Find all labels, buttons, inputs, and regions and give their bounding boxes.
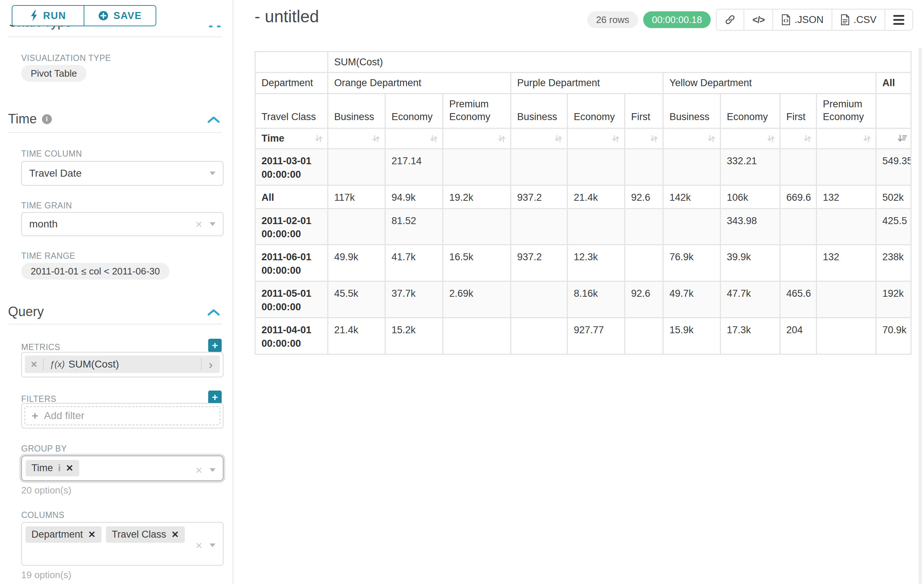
pivot-cell: 15.9k — [663, 318, 721, 354]
share-link-button[interactable] — [716, 10, 744, 30]
time-grain-value: month — [29, 218, 58, 230]
sort-arrows-icon[interactable] — [766, 133, 776, 144]
pivot-sort-header[interactable] — [568, 128, 625, 149]
pivot-cell: 927.77 — [568, 318, 625, 354]
clear-icon[interactable]: × — [195, 218, 202, 230]
remove-metric-icon[interactable]: × — [25, 358, 44, 370]
pivot-travel-class-header: Travel Class — [255, 94, 328, 128]
chevron-right-icon[interactable]: › — [201, 358, 220, 370]
sort-arrows-icon[interactable] — [802, 133, 813, 144]
filters-control: + Add filter — [21, 403, 223, 429]
sort-arrows-icon[interactable] — [428, 133, 439, 144]
sort-arrows-icon[interactable] — [553, 133, 564, 144]
pivot-cell: 204 — [780, 318, 817, 354]
pivot-cell: 41.7k — [385, 245, 443, 281]
run-button[interactable]: RUN — [12, 6, 84, 26]
remove-tag-icon[interactable]: ✕ — [66, 463, 73, 474]
export-csv-button[interactable]: .CSV — [832, 10, 885, 30]
metric-pill[interactable]: × ƒ(x) SUM(Cost) › — [25, 355, 220, 373]
tag-chip[interactable]: Timei✕ — [26, 460, 79, 476]
visualization-type-value[interactable]: Pivot Table — [21, 65, 87, 82]
pivot-cell: 238k — [876, 245, 911, 281]
pivot-cell: 425.5 — [876, 209, 911, 245]
pivot-cell — [511, 318, 568, 354]
time-grain-select[interactable]: month × — [21, 212, 223, 236]
plus-circle-icon — [98, 11, 109, 21]
add-metric-button[interactable]: + — [208, 339, 222, 352]
query-timer-badge: 00:00:00.18 — [643, 12, 711, 28]
pivot-sort-header[interactable] — [817, 128, 876, 149]
pivot-cell — [817, 209, 876, 245]
pivot-cell: 21.4k — [328, 318, 385, 354]
pivot-sort-header[interactable] — [625, 128, 663, 149]
query-heading-label: Query — [8, 304, 44, 319]
tag-label: Travel Class — [112, 529, 166, 540]
info-icon[interactable]: i — [58, 463, 61, 474]
pivot-cell — [443, 209, 511, 245]
clear-icon[interactable]: × — [195, 540, 202, 551]
code-icon: </> — [752, 15, 764, 25]
sort-arrows-icon[interactable] — [496, 133, 507, 144]
add-filter-button[interactable]: + Add filter — [25, 406, 220, 425]
time-grain-label: TIME GRAIN — [21, 201, 72, 211]
remove-tag-icon[interactable]: ✕ — [88, 529, 96, 540]
columns-select[interactable]: Department✕Travel Class✕ × — [21, 522, 223, 566]
export-json-button[interactable]: .JSON — [773, 10, 832, 30]
remove-tag-icon[interactable]: ✕ — [171, 529, 179, 540]
chevron-up-icon — [217, 26, 221, 27]
pivot-cell — [443, 149, 511, 186]
pivot-sort-header[interactable] — [780, 128, 817, 149]
pivot-class-header: Economy — [385, 94, 443, 128]
pivot-sort-header[interactable] — [721, 128, 780, 149]
add-filter-plus-button[interactable]: + — [208, 391, 222, 404]
save-button[interactable]: SAVE — [84, 6, 155, 26]
clear-icon[interactable]: × — [195, 464, 202, 476]
sort-arrows-icon[interactable] — [648, 133, 660, 144]
time-range-value[interactable]: 2011-01-01 ≤ col < 2011-06-30 — [21, 263, 170, 280]
pivot-class-header — [876, 94, 911, 128]
pivot-cell — [511, 149, 568, 186]
pivot-cell: 49.7k — [663, 281, 721, 318]
visualization-type-label: VISUALIZATION TYPE — [21, 53, 111, 63]
pivot-cell: 49.9k — [328, 245, 385, 281]
pivot-cell: 19.2k — [443, 186, 511, 209]
collapse-time-section-icon[interactable] — [207, 115, 221, 124]
pivot-cell — [511, 209, 568, 245]
caret-down-icon — [210, 171, 216, 175]
pivot-class-header: First — [625, 94, 663, 128]
pivot-sort-header[interactable] — [663, 128, 721, 149]
hamburger-icon — [893, 15, 904, 25]
pivot-sort-header[interactable] — [385, 128, 443, 149]
pivot-sort-header[interactable] — [443, 128, 511, 149]
time-range-label: TIME RANGE — [21, 251, 75, 261]
pivot-cell: 132 — [817, 186, 876, 209]
metric-body: ƒ(x) SUM(Cost) — [44, 359, 201, 370]
pivot-sort-header[interactable] — [876, 128, 911, 149]
pivot-group-header: All — [876, 72, 911, 94]
collapse-query-section-icon[interactable] — [207, 308, 221, 317]
sort-arrows-icon[interactable] — [610, 133, 621, 144]
sort-arrows-icon[interactable] — [861, 133, 873, 144]
info-icon[interactable]: i — [42, 114, 52, 124]
time-column-select[interactable]: Travel Date — [21, 161, 223, 186]
tag-chip[interactable]: Travel Class✕ — [106, 526, 185, 543]
run-save-button-group: RUN SAVE — [12, 5, 156, 26]
sort-arrows-icon[interactable] — [371, 133, 382, 144]
table-row: 2011-05-01 00:00:0045.5k37.7k2.69k8.16k9… — [255, 281, 911, 318]
chart-title[interactable]: - untitled — [254, 7, 319, 26]
pivot-sort-header[interactable] — [328, 128, 385, 149]
menu-button[interactable] — [885, 10, 912, 30]
sort-arrows-icon[interactable] — [314, 133, 324, 144]
pivot-metric-header: SUM(Cost) — [328, 52, 911, 72]
columns-options-hint: 19 option(s) — [21, 569, 71, 581]
pivot-cell — [780, 245, 817, 281]
pivot-time-header[interactable]: Time — [255, 128, 328, 149]
tag-chip[interactable]: Department✕ — [26, 526, 102, 543]
group-by-select[interactable]: Timei✕ × — [21, 456, 223, 481]
caret-down-icon — [210, 468, 216, 472]
scrollbar[interactable] — [919, 48, 922, 584]
view-query-button[interactable]: </> — [744, 10, 773, 30]
sort-arrows-icon[interactable] — [706, 133, 717, 144]
sort-desc-icon[interactable] — [897, 133, 908, 144]
pivot-sort-header[interactable] — [511, 128, 568, 149]
